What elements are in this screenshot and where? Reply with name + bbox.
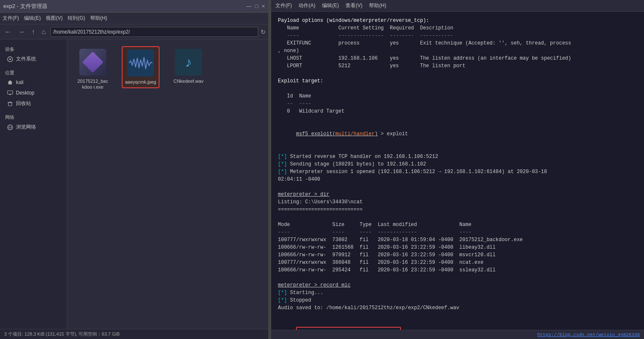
fm-sidebar-devices: 设备 文件系统 bbox=[0, 43, 67, 66]
fm-sidebar-item-kali[interactable]: kali bbox=[2, 77, 65, 87]
terminal-msf-prompt: msf5 exploit(multi/handler) bbox=[296, 131, 377, 137]
fm-sidebar: 设备 文件系统 位置 kali bbox=[0, 39, 67, 329]
fm-sidebar-network: 网络 浏览网络 bbox=[0, 111, 67, 134]
terminal-row-lport: LPORT 5212 yes The listen port bbox=[278, 62, 637, 70]
fm-sidebar-browse-network-label: 浏览网络 bbox=[16, 124, 36, 131]
terminal-menu-action[interactable]: 动作(A) bbox=[298, 2, 315, 9]
desktop-icon bbox=[7, 89, 13, 96]
terminal-record-cmd: meterpreter > record_mic bbox=[278, 281, 637, 289]
fm-status-text: 3 个项目: 128.3 KiB (131,415 字节), 可用空间：63.7… bbox=[4, 331, 120, 337]
terminal-payload-header: Payload options (windows/meterpreter/rev… bbox=[278, 17, 637, 24]
fm-home-button[interactable]: ⌂ bbox=[39, 27, 48, 37]
terminal-webcam-highlight: meterpreter > webcam_snap bbox=[296, 327, 401, 330]
fm-file-exe[interactable]: 20175212_backdoo r.exe bbox=[74, 46, 112, 93]
file-manager-window: exp2 - 文件管理器 — □ × 文件(F) 编辑(E) 视图(V) 转到(… bbox=[0, 0, 269, 339]
fm-file-jpeg[interactable]: aaeyqcmk.jpeg bbox=[122, 46, 160, 88]
exe-diamond-shape bbox=[82, 52, 104, 73]
terminal-table-header: Name Current Setting Required Descriptio… bbox=[278, 24, 637, 32]
jpeg-file-label: aaeyqcmk.jpeg bbox=[125, 79, 156, 85]
fm-refresh-button[interactable]: ↻ bbox=[261, 29, 266, 35]
terminal-audio-saved: Audio saved to: /home/kali/20175212thz/e… bbox=[278, 304, 637, 312]
exe-file-label: 20175212_backdoo r.exe bbox=[76, 78, 109, 90]
fm-sidebar-places-heading: 位置 bbox=[0, 68, 67, 77]
fm-back-button[interactable]: ← bbox=[3, 27, 13, 37]
terminal-sending-stage: [*] Sending stage (180291 bytes) to 192.… bbox=[278, 160, 637, 168]
terminal-dir-row-0: 100777/rwxrwxrwx 73802 fil 2020-03-18 01… bbox=[278, 236, 637, 244]
terminal-menu-help[interactable]: 帮助(H) bbox=[369, 2, 386, 9]
terminal-exploit-target: Exploit target: bbox=[278, 77, 637, 85]
terminal-dir-cmd: meterpreter > dir bbox=[278, 191, 637, 198]
svg-point-1 bbox=[9, 58, 11, 60]
terminal-session-opened: [*] Meterpreter session 1 opened (192.16… bbox=[278, 168, 637, 176]
terminal-dir-row-4: 100666/rw-rw-rw- 295424 fil 2020-03-16 2… bbox=[278, 266, 637, 274]
fm-sidebar-item-browse-network[interactable]: 浏览网络 bbox=[2, 122, 65, 132]
fm-sidebar-filesystem-label: 文件系统 bbox=[16, 55, 36, 63]
fm-sidebar-trash-label: 回收站 bbox=[16, 100, 31, 107]
terminal-blank4 bbox=[278, 145, 637, 153]
svg-rect-2 bbox=[8, 91, 13, 94]
fm-toolbar: ← → ↑ ⌂ /home/kali/20175212thz/exp/exp2/… bbox=[0, 24, 268, 39]
fm-titlebar: exp2 - 文件管理器 — □ × bbox=[0, 0, 268, 13]
terminal-started-tcp: [*] Started reverse TCP handler on 192.1… bbox=[278, 153, 637, 160]
fm-sidebar-places: 位置 kali Desktop 回收站 bbox=[0, 66, 67, 111]
fm-minimize-button[interactable]: — bbox=[246, 3, 252, 9]
terminal-row-lhost: LHOST 192.168.1.106 yes The listen addre… bbox=[278, 55, 637, 62]
terminal-dir-row-3: 100777/rwxrwxrwx 386048 fil 2020-03-16 2… bbox=[278, 259, 637, 266]
terminal-equals: ============================ bbox=[278, 206, 637, 213]
terminal-panel: 文件(F) 动作(A) 编辑(E) 查看(V) 帮助(H) Payload op… bbox=[271, 0, 644, 339]
terminal-dir-row-2: 100666/rw-rw-rw- 970912 fil 2020-03-16 2… bbox=[278, 251, 637, 259]
fm-menu-view[interactable]: 视图(V) bbox=[46, 15, 63, 22]
exe-file-icon bbox=[79, 49, 106, 76]
fm-close-button[interactable]: × bbox=[262, 3, 265, 9]
terminal-blank8 bbox=[278, 312, 637, 319]
terminal-dir-header: Mode Size Type Last modified Name bbox=[278, 221, 637, 229]
fm-file-wav[interactable]: ♪ CNkedeef.wav bbox=[170, 46, 207, 87]
fm-sidebar-network-heading: 网络 bbox=[0, 113, 67, 121]
home-icon bbox=[7, 79, 13, 86]
filesystem-icon bbox=[7, 56, 13, 63]
terminal-session-opened2: 02:04:11 -0400 bbox=[278, 176, 637, 183]
network-icon bbox=[7, 124, 13, 131]
fm-maximize-button[interactable]: □ bbox=[255, 3, 259, 9]
wav-icon-graphic: ♪ bbox=[175, 49, 202, 76]
jpeg-file-icon bbox=[127, 50, 154, 76]
terminal-table-sep1: ---- --------------- -------- ----------… bbox=[278, 32, 637, 39]
fm-sidebar-item-trash[interactable]: 回收站 bbox=[2, 98, 65, 109]
fm-sidebar-item-filesystem[interactable]: 文件系统 bbox=[2, 54, 65, 64]
terminal-blank3 bbox=[278, 115, 637, 123]
terminal-blank7 bbox=[278, 274, 637, 281]
fm-wincontrols: — □ × bbox=[246, 3, 265, 9]
exe-icon-graphic bbox=[79, 49, 106, 76]
terminal-starting1: [*] Starting... bbox=[278, 289, 637, 297]
fm-content-area: 20175212_backdoo r.exe aaeyqcmk.jpeg bbox=[67, 39, 268, 329]
terminal-et-sep: -- ---- bbox=[278, 100, 637, 108]
wav-file-icon: ♪ bbox=[175, 49, 202, 76]
terminal-blank6 bbox=[278, 213, 637, 221]
fm-menu-help[interactable]: 帮助(H) bbox=[90, 15, 107, 22]
fm-menu-goto[interactable]: 转到(G) bbox=[68, 15, 85, 22]
trash-icon bbox=[7, 100, 13, 107]
terminal-status-link[interactable]: https://blog.csdn.net/weixin_44826338 bbox=[537, 332, 640, 337]
fm-path-bar[interactable]: /home/kali/20175212thz/exp/exp2/ bbox=[50, 27, 258, 37]
fm-menu-file[interactable]: 文件(F) bbox=[3, 15, 19, 22]
terminal-menu-view[interactable]: 查看(V) bbox=[346, 2, 362, 9]
fm-forward-button[interactable]: → bbox=[16, 27, 27, 37]
terminal-row-exitfunc2: , none) bbox=[278, 47, 637, 55]
terminal-menubar: 文件(F) 动作(A) 编辑(E) 查看(V) 帮助(H) bbox=[271, 0, 644, 12]
fm-sidebar-item-desktop[interactable]: Desktop bbox=[2, 88, 65, 98]
fm-sidebar-desktop-label: Desktop bbox=[16, 90, 34, 96]
terminal-menu-edit[interactable]: 编辑(E) bbox=[322, 2, 339, 9]
svg-rect-4 bbox=[8, 102, 12, 106]
terminal-stopped1: [*] Stopped bbox=[278, 297, 637, 304]
fm-up-button[interactable]: ↑ bbox=[29, 27, 37, 37]
terminal-content[interactable]: Payload options (windows/meterpreter/rev… bbox=[271, 12, 644, 330]
fm-menubar: 文件(F) 编辑(E) 视图(V) 转到(G) 帮助(H) bbox=[0, 13, 268, 24]
jpeg-waveform bbox=[129, 55, 152, 71]
terminal-et-header: Id Name bbox=[278, 92, 637, 100]
fm-menu-edit[interactable]: 编辑(E) bbox=[24, 15, 41, 22]
terminal-blank2 bbox=[278, 85, 637, 92]
terminal-menu-file[interactable]: 文件(F) bbox=[275, 2, 292, 9]
terminal-msf-cmd: msf5 exploit(multi/handler) > exploit bbox=[278, 123, 637, 145]
fm-statusbar: 3 个项目: 128.3 KiB (131,415 字节), 可用空间：63.7… bbox=[0, 329, 268, 339]
terminal-row-exitfunc: EXITFUNC process yes Exit technique (Acc… bbox=[278, 39, 637, 47]
